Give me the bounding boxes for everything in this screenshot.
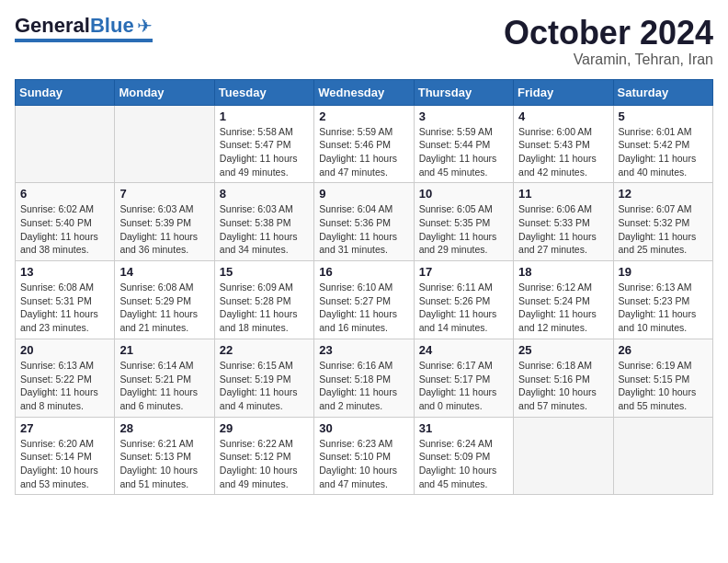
day-number: 9 xyxy=(319,187,408,201)
day-info: Sunrise: 6:14 AMSunset: 5:21 PMDaylight:… xyxy=(119,359,209,413)
day-info: Sunrise: 6:04 AMSunset: 5:36 PMDaylight:… xyxy=(319,202,408,257)
table-row: 28Sunrise: 6:21 AMSunset: 5:13 PMDayligh… xyxy=(115,417,214,495)
table-row xyxy=(613,417,712,495)
table-row: 31Sunrise: 6:24 AMSunset: 5:09 PMDayligh… xyxy=(414,417,513,495)
table-row: 14Sunrise: 6:08 AMSunset: 5:29 PMDayligh… xyxy=(115,261,214,339)
table-row: 13Sunrise: 6:08 AMSunset: 5:31 PMDayligh… xyxy=(16,261,115,339)
day-number: 3 xyxy=(419,109,508,123)
table-row: 4Sunrise: 6:00 AMSunset: 5:43 PMDaylight… xyxy=(514,105,613,183)
day-number: 5 xyxy=(619,109,708,123)
header-wednesday: Wednesday xyxy=(314,79,414,105)
day-info: Sunrise: 6:11 AMSunset: 5:26 PMDaylight:… xyxy=(419,281,508,335)
table-row xyxy=(16,105,115,183)
table-row: 6Sunrise: 6:02 AMSunset: 5:40 PMDaylight… xyxy=(16,183,115,261)
day-info: Sunrise: 6:03 AMSunset: 5:39 PMDaylight:… xyxy=(119,202,209,257)
location-subtitle: Varamin, Tehran, Iran xyxy=(504,52,713,68)
table-row: 11Sunrise: 6:06 AMSunset: 5:33 PMDayligh… xyxy=(514,183,613,261)
table-row xyxy=(514,417,613,495)
logo-text: GeneralBlue xyxy=(15,16,134,36)
day-number: 19 xyxy=(619,265,708,279)
table-row: 24Sunrise: 6:17 AMSunset: 5:17 PMDayligh… xyxy=(414,339,513,417)
table-row: 19Sunrise: 6:13 AMSunset: 5:23 PMDayligh… xyxy=(613,261,712,339)
day-number: 29 xyxy=(220,421,309,435)
month-title: October 2024 xyxy=(504,15,713,52)
calendar-body: 1Sunrise: 5:58 AMSunset: 5:47 PMDaylight… xyxy=(16,105,713,495)
day-number: 24 xyxy=(419,343,508,357)
table-row: 3Sunrise: 5:59 AMSunset: 5:44 PMDaylight… xyxy=(414,105,513,183)
table-row: 23Sunrise: 6:16 AMSunset: 5:18 PMDayligh… xyxy=(314,339,414,417)
days-of-week-row: Sunday Monday Tuesday Wednesday Thursday… xyxy=(16,79,713,105)
table-row: 5Sunrise: 6:01 AMSunset: 5:42 PMDaylight… xyxy=(613,105,712,183)
header-saturday: Saturday xyxy=(613,79,712,105)
calendar-week-row: 13Sunrise: 6:08 AMSunset: 5:31 PMDayligh… xyxy=(16,261,713,339)
day-info: Sunrise: 6:24 AMSunset: 5:09 PMDaylight:… xyxy=(419,437,508,491)
day-number: 17 xyxy=(419,265,508,279)
logo-bird-icon: ✈ xyxy=(137,15,153,37)
day-info: Sunrise: 6:17 AMSunset: 5:17 PMDaylight:… xyxy=(419,359,508,413)
table-row: 12Sunrise: 6:07 AMSunset: 5:32 PMDayligh… xyxy=(613,183,712,261)
day-info: Sunrise: 6:12 AMSunset: 5:24 PMDaylight:… xyxy=(518,281,608,335)
calendar-header: Sunday Monday Tuesday Wednesday Thursday… xyxy=(16,79,713,105)
table-row: 7Sunrise: 6:03 AMSunset: 5:39 PMDaylight… xyxy=(115,183,214,261)
day-info: Sunrise: 6:16 AMSunset: 5:18 PMDaylight:… xyxy=(319,359,408,413)
header-tuesday: Tuesday xyxy=(214,79,313,105)
day-info: Sunrise: 6:08 AMSunset: 5:29 PMDaylight:… xyxy=(119,281,209,335)
table-row: 10Sunrise: 6:05 AMSunset: 5:35 PMDayligh… xyxy=(414,183,513,261)
table-row: 30Sunrise: 6:23 AMSunset: 5:10 PMDayligh… xyxy=(314,417,414,495)
table-row: 1Sunrise: 5:58 AMSunset: 5:47 PMDaylight… xyxy=(214,105,313,183)
day-info: Sunrise: 6:18 AMSunset: 5:16 PMDaylight:… xyxy=(518,359,608,413)
day-number: 26 xyxy=(619,343,708,357)
calendar-week-row: 20Sunrise: 6:13 AMSunset: 5:22 PMDayligh… xyxy=(16,339,713,417)
table-row: 2Sunrise: 5:59 AMSunset: 5:46 PMDaylight… xyxy=(314,105,414,183)
day-number: 7 xyxy=(119,187,209,201)
day-info: Sunrise: 6:06 AMSunset: 5:33 PMDaylight:… xyxy=(518,202,608,257)
calendar-week-row: 27Sunrise: 6:20 AMSunset: 5:14 PMDayligh… xyxy=(16,417,713,495)
table-row: 18Sunrise: 6:12 AMSunset: 5:24 PMDayligh… xyxy=(514,261,613,339)
day-number: 30 xyxy=(319,421,408,435)
day-info: Sunrise: 6:09 AMSunset: 5:28 PMDaylight:… xyxy=(220,281,309,335)
title-block: October 2024 Varamin, Tehran, Iran xyxy=(504,15,713,68)
table-row: 16Sunrise: 6:10 AMSunset: 5:27 PMDayligh… xyxy=(314,261,414,339)
table-row: 9Sunrise: 6:04 AMSunset: 5:36 PMDaylight… xyxy=(314,183,414,261)
day-number: 13 xyxy=(20,265,109,279)
day-number: 31 xyxy=(419,421,508,435)
table-row: 26Sunrise: 6:19 AMSunset: 5:15 PMDayligh… xyxy=(613,339,712,417)
table-row: 17Sunrise: 6:11 AMSunset: 5:26 PMDayligh… xyxy=(414,261,513,339)
table-row: 15Sunrise: 6:09 AMSunset: 5:28 PMDayligh… xyxy=(214,261,313,339)
table-row xyxy=(115,105,214,183)
day-number: 23 xyxy=(319,343,408,357)
day-info: Sunrise: 6:08 AMSunset: 5:31 PMDaylight:… xyxy=(20,281,109,335)
day-number: 12 xyxy=(619,187,708,201)
day-number: 18 xyxy=(518,265,608,279)
calendar-week-row: 6Sunrise: 6:02 AMSunset: 5:40 PMDaylight… xyxy=(16,183,713,261)
day-number: 10 xyxy=(419,187,508,201)
day-number: 2 xyxy=(319,109,408,123)
day-info: Sunrise: 6:19 AMSunset: 5:15 PMDaylight:… xyxy=(619,359,708,413)
header-monday: Monday xyxy=(115,79,214,105)
day-info: Sunrise: 5:59 AMSunset: 5:46 PMDaylight:… xyxy=(319,125,408,179)
day-number: 11 xyxy=(518,187,608,201)
day-number: 15 xyxy=(220,265,309,279)
day-number: 21 xyxy=(119,343,209,357)
header-sunday: Sunday xyxy=(16,79,115,105)
table-row: 29Sunrise: 6:22 AMSunset: 5:12 PMDayligh… xyxy=(214,417,313,495)
table-row: 22Sunrise: 6:15 AMSunset: 5:19 PMDayligh… xyxy=(214,339,313,417)
day-info: Sunrise: 6:23 AMSunset: 5:10 PMDaylight:… xyxy=(319,437,408,491)
day-number: 27 xyxy=(20,421,109,435)
day-number: 1 xyxy=(220,109,309,123)
day-info: Sunrise: 6:03 AMSunset: 5:38 PMDaylight:… xyxy=(220,202,309,257)
day-info: Sunrise: 5:58 AMSunset: 5:47 PMDaylight:… xyxy=(220,125,309,179)
day-info: Sunrise: 6:15 AMSunset: 5:19 PMDaylight:… xyxy=(220,359,309,413)
table-row: 21Sunrise: 6:14 AMSunset: 5:21 PMDayligh… xyxy=(115,339,214,417)
logo: GeneralBlue ✈ xyxy=(15,15,153,42)
day-info: Sunrise: 6:21 AMSunset: 5:13 PMDaylight:… xyxy=(119,437,209,491)
day-info: Sunrise: 6:00 AMSunset: 5:43 PMDaylight:… xyxy=(518,125,608,179)
day-number: 28 xyxy=(119,421,209,435)
day-info: Sunrise: 6:10 AMSunset: 5:27 PMDaylight:… xyxy=(319,281,408,335)
day-info: Sunrise: 6:05 AMSunset: 5:35 PMDaylight:… xyxy=(419,202,508,257)
header-friday: Friday xyxy=(514,79,613,105)
day-number: 6 xyxy=(20,187,109,201)
table-row: 8Sunrise: 6:03 AMSunset: 5:38 PMDaylight… xyxy=(214,183,313,261)
day-number: 14 xyxy=(119,265,209,279)
day-info: Sunrise: 5:59 AMSunset: 5:44 PMDaylight:… xyxy=(419,125,508,179)
